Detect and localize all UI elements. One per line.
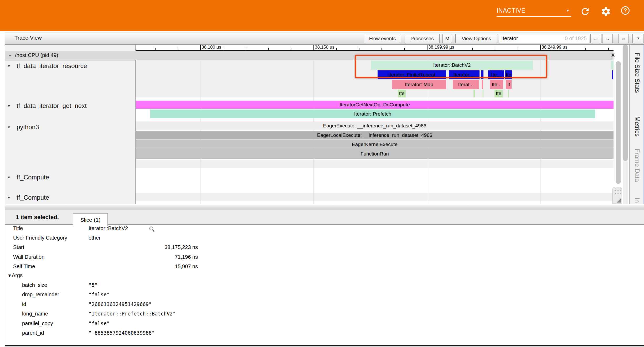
toolbar-button-viewoptions[interactable]: View Options xyxy=(455,34,497,43)
vertical-scrollbar-thumb[interactable] xyxy=(623,45,628,161)
trace-event-bar[interactable]: Ite xyxy=(398,90,406,97)
details-field-label: parent_id xyxy=(22,330,44,336)
horizontal-splitter[interactable] xyxy=(5,204,644,210)
track-label-text: tf_data_iterator_resource xyxy=(17,62,87,70)
details-field-value: other xyxy=(89,235,198,241)
track-label-tf_data_iterator_get_next[interactable]: ▼tf_data_iterator_get_next xyxy=(5,102,131,110)
collapse-triangle-icon: ▼ xyxy=(5,125,13,129)
row-stripe xyxy=(136,160,614,168)
details-field-value: "5" xyxy=(89,282,198,288)
details-field-value: Iterator::BatchV2 xyxy=(89,225,198,231)
ruler-time-label: 38,249.99 µs xyxy=(542,45,568,50)
collapse-triangle-icon: ▼ xyxy=(5,54,15,57)
ruler-minor-tick xyxy=(268,48,269,50)
collapse-triangle-icon: ▼ xyxy=(5,64,13,68)
details-row-parallel_copy: parallel_copy"false" xyxy=(0,320,315,330)
ruler-minor-tick xyxy=(359,48,359,50)
search-input[interactable]: Iterator 0 of 1925 xyxy=(499,34,589,43)
tab-slice[interactable]: Slice (1) xyxy=(73,213,108,226)
details-field-label: long_name xyxy=(22,311,48,317)
track-label-text: python3 xyxy=(17,123,39,131)
trace-event-bar[interactable] xyxy=(612,70,613,79)
trace-event-bar[interactable]: IteratorGetNextOp::DoCompute xyxy=(136,101,614,109)
track-label-tf_Compute[interactable]: ▼tf_Compute xyxy=(5,194,131,201)
ruler-minor-tick xyxy=(336,48,337,50)
details-bottom-strip xyxy=(5,346,644,347)
ruler-major-tick xyxy=(427,45,427,51)
process-scrollbar-thumb[interactable] xyxy=(616,61,621,184)
sidebar-tab-file-size-stats[interactable]: File Size Stats xyxy=(633,53,641,93)
sidebar-tab-frame-data[interactable]: Frame Data xyxy=(633,149,641,182)
row-stripe xyxy=(136,193,614,201)
args-label: Args xyxy=(12,272,23,278)
trace-event-bar[interactable] xyxy=(611,61,614,70)
trace-event-bar[interactable]: Iterator::Map xyxy=(392,80,446,89)
toolbar-button-m[interactable]: M xyxy=(442,34,452,43)
toolbar-button-processes[interactable]: Processes xyxy=(405,34,440,43)
trace-event-bar[interactable]: EagerKernelExecute xyxy=(136,140,614,149)
details-field-label: Title xyxy=(13,225,23,231)
help-question-glyph: ? xyxy=(621,6,630,15)
ruler-minor-tick xyxy=(382,48,382,50)
magnifier-icon[interactable] xyxy=(148,226,155,233)
trace-event-bar[interactable]: FunctionRun xyxy=(136,149,614,159)
track-label-tf_data_iterator_resource[interactable]: ▼tf_data_iterator_resource xyxy=(5,62,131,70)
details-field-label: Start xyxy=(13,244,24,250)
trace-event-bar[interactable]: EagerExecute: __inference_run_dataset_49… xyxy=(136,121,614,130)
trace-event-bar[interactable] xyxy=(473,90,475,97)
run-status-dropdown[interactable]: INACTIVE ▼ xyxy=(497,5,571,17)
trace-event-bar[interactable] xyxy=(483,90,483,97)
ruler-minor-tick xyxy=(246,48,246,50)
details-row-user_friendly_category: User Friendly Categoryother xyxy=(0,235,315,244)
ruler-minor-tick xyxy=(450,48,450,50)
details-field-value: "2686136324951429669" xyxy=(89,301,198,307)
settings-gear-icon[interactable] xyxy=(601,6,611,17)
toolbar-button-[interactable]: ? xyxy=(632,34,643,43)
trace-event-bar[interactable] xyxy=(482,80,483,89)
refresh-icon[interactable] xyxy=(580,6,590,17)
details-field-label: User Friendly Category xyxy=(13,235,67,241)
trace-event-bar[interactable]: Iterat... xyxy=(453,80,479,89)
sidebar-tab-metrics[interactable]: Metrics xyxy=(633,116,641,137)
chevron-down-icon: ▼ xyxy=(566,9,571,13)
trace-event-bar[interactable]: EagerLocalExecute: __inference_run_datas… xyxy=(136,131,614,139)
selection-highlight-box xyxy=(355,55,547,78)
ruler-minor-tick xyxy=(223,48,223,50)
right-tab-sidebar: File Size StatsMetricsFrame DataIn xyxy=(630,45,644,204)
details-row-id: id"2686136324951429669" xyxy=(0,301,315,311)
tab-slice-label: Slice (1) xyxy=(80,217,100,223)
track-label-python3[interactable]: ▼python3 xyxy=(5,123,131,131)
trace-event-bar[interactable]: Ite... xyxy=(490,80,503,89)
args-expander[interactable]: ▼Args xyxy=(7,272,23,278)
toolbar-button-[interactable]: ← xyxy=(590,34,601,43)
details-field-value: "false" xyxy=(89,292,198,297)
collapse-triangle-icon: ▼ xyxy=(5,175,13,179)
details-row-wall_duration: Wall Duration71,196 ns xyxy=(0,254,315,263)
run-status-label: INACTIVE xyxy=(497,7,525,14)
toolbar-button-flowevents[interactable]: Flow events xyxy=(364,34,401,43)
track-label-text: tf_Compute xyxy=(17,194,49,201)
ruler-time-label: 38,150 µs xyxy=(315,45,334,50)
details-row-start: Start38,175,223 ns xyxy=(0,244,315,254)
panel-resize-grip[interactable] xyxy=(612,187,622,204)
timeline-canvas[interactable]: Iterator::BatchV2Iterator::FiniteRepeatI… xyxy=(136,60,614,204)
ruler-minor-tick xyxy=(404,48,405,50)
close-process-button[interactable]: X xyxy=(608,51,618,60)
ruler-minor-tick xyxy=(291,48,291,50)
collapse-triangle-icon: ▼ xyxy=(5,104,13,108)
ruler-major-tick xyxy=(540,45,541,51)
track-label-tf_Compute[interactable]: ▼tf_Compute xyxy=(5,173,131,181)
details-row-self_time: Self Time15,907 ns xyxy=(0,263,315,273)
sidebar-tab-in[interactable]: In xyxy=(633,198,641,203)
trace-event-bar[interactable] xyxy=(508,90,509,97)
toolbar-button-[interactable]: » xyxy=(618,34,629,43)
details-field-value: "-8853857924060639988" xyxy=(89,330,198,336)
trace-event-bar[interactable]: Iterator::Prefetch xyxy=(150,110,595,118)
trace-event-bar[interactable]: Ite xyxy=(494,90,503,97)
trace-event-bar[interactable]: It xyxy=(506,80,512,89)
help-icon[interactable]: ? xyxy=(621,6,632,17)
details-field-value: 15,907 ns xyxy=(89,263,198,270)
details-field-label: drop_remainder xyxy=(22,292,59,298)
ruler-time-label: 38,100 µs xyxy=(202,45,221,50)
toolbar-button-[interactable]: → xyxy=(602,34,613,43)
